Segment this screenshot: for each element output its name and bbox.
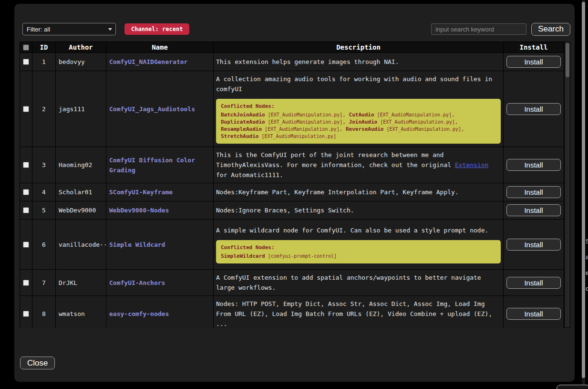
table-scrollbar[interactable] xyxy=(564,42,570,328)
row-name-cell: ComfyUI_Jags_Audiotools xyxy=(106,71,213,147)
select-all-checkbox[interactable] xyxy=(23,44,29,51)
row-install-cell: Install xyxy=(504,296,564,328)
row-id: 7 xyxy=(32,270,55,295)
header-author: Author xyxy=(56,42,106,53)
node-name-link[interactable]: ComfyUI-Anchors xyxy=(109,278,165,288)
row-description-cell: Nodes:Keyframe Part, Keyframe Interpolat… xyxy=(214,183,503,201)
install-button[interactable]: Install xyxy=(506,56,561,68)
page-scrollbar-thumb[interactable] xyxy=(582,2,585,378)
toolbar: Filter: all Channel: recent Search xyxy=(20,22,570,36)
conflict-node-name: CutAudio xyxy=(349,112,374,118)
row-checkbox-cell xyxy=(20,201,32,219)
conflicted-nodes-warning: Conflicted Nodes:BatchJoinAudio [EXT_Aud… xyxy=(216,99,501,144)
table-body: 1bedovyyComfyUI_NAIDGeneratorThis extens… xyxy=(20,53,564,328)
conflict-extension: [EXT_AudioManipulation.py] xyxy=(265,112,343,117)
row-name-cell: ComfyUI-Anchors xyxy=(106,270,213,295)
row-description-cell: This is the ComfyUI port of the joint re… xyxy=(214,147,503,183)
row-checkbox[interactable] xyxy=(23,59,29,65)
table-row: 1bedovyyComfyUI_NAIDGeneratorThis extens… xyxy=(20,53,564,71)
row-name-cell: Simple Wildcard xyxy=(106,220,213,269)
row-install-cell: Install xyxy=(504,71,564,147)
conflict-node-name: BatchJoinAudio xyxy=(221,112,265,118)
node-name-link[interactable]: SComfyUI-Keyframe xyxy=(109,187,173,197)
close-button[interactable]: Close xyxy=(20,357,55,369)
row-description-cell: Nodes:Ignore Braces, Settings Switch. xyxy=(214,201,503,219)
row-install-cell: Install xyxy=(504,147,564,183)
row-checkbox[interactable] xyxy=(23,189,29,195)
row-name-cell: easy-comfy-nodes xyxy=(106,296,213,328)
node-name-link[interactable]: ComfyUI_Jags_Audiotools xyxy=(109,104,195,114)
install-button[interactable]: Install xyxy=(506,239,561,251)
row-checkbox-cell xyxy=(20,296,32,328)
row-description-cell: A collection amazing audio tools for wor… xyxy=(214,71,503,147)
row-description-cell: A simple wildcard node for ComfyUI. Can … xyxy=(214,220,503,269)
row-author: Scholar01 xyxy=(56,183,106,201)
search-button[interactable]: Search xyxy=(531,23,570,36)
table-row: 8wmatsoneasy-comfy-nodesNodes: HTTP POST… xyxy=(20,296,564,328)
row-checkbox[interactable] xyxy=(23,207,29,213)
row-description-cell: A ComfyUI extension to add spatial ancho… xyxy=(214,270,503,295)
conflict-list: SimpleWildcard [comfyui-prompt-control] xyxy=(221,252,496,260)
filter-select-wrap: Filter: all xyxy=(22,23,116,35)
row-install-cell: Install xyxy=(504,270,564,295)
row-checkbox[interactable] xyxy=(23,280,29,286)
row-author: vanillacode··· xyxy=(56,220,106,269)
conflict-extension: [EXT_AudioManipulation.py] xyxy=(262,126,340,132)
header-install: Install xyxy=(504,42,564,53)
row-checkbox[interactable] xyxy=(23,311,29,317)
install-button[interactable]: Install xyxy=(506,159,561,171)
description-link[interactable]: Extension xyxy=(455,161,488,168)
row-id: 3 xyxy=(32,147,55,183)
node-name-link[interactable]: Simple Wildcard xyxy=(109,240,165,250)
table-row: 2jags111ComfyUI_Jags_AudiotoolsA collect… xyxy=(20,71,564,147)
table-row: 5WebDev9000WebDev9000-NodesNodes:Ignore … xyxy=(20,201,564,219)
row-install-cell: Install xyxy=(504,183,564,201)
header-id: ID xyxy=(32,42,55,53)
install-button[interactable]: Install xyxy=(506,186,561,198)
page-scrollbar[interactable] xyxy=(582,0,585,389)
row-checkbox-cell xyxy=(20,53,32,71)
node-name-link[interactable]: ComfyUI_NAIDGenerator xyxy=(109,57,187,67)
conflict-title: Conflicted Nodes: xyxy=(221,103,496,110)
row-author: DrJKL xyxy=(56,270,106,295)
conflict-list: BatchJoinAudio [EXT_AudioManipulation.py… xyxy=(221,111,496,140)
conflict-node-name: DuplicateAudio xyxy=(221,119,265,125)
node-name-link[interactable]: easy-comfy-nodes xyxy=(109,309,169,319)
filter-select[interactable]: Filter: all xyxy=(22,23,116,35)
row-description: Nodes: HTTP POST, Empty Dict, Assoc Str,… xyxy=(216,299,501,328)
custom-nodes-table: ID Author Name Description Install 1bedo… xyxy=(20,42,570,328)
conflict-node-name: ReverseAudio xyxy=(346,126,383,132)
row-checkbox[interactable] xyxy=(23,242,29,248)
row-author: bedovyy xyxy=(56,53,106,71)
row-description: Nodes:Ignore Braces, Settings Switch. xyxy=(216,205,501,215)
row-checkbox-cell xyxy=(20,147,32,183)
conflict-title: Conflicted Nodes: xyxy=(221,244,496,251)
row-name-cell: ComfyUI_NAIDGenerator xyxy=(106,53,213,71)
row-checkbox[interactable] xyxy=(23,162,29,168)
conflict-node-name: JoinAudio xyxy=(349,119,378,125)
search-input[interactable] xyxy=(431,23,526,35)
node-name-link[interactable]: ComfyUI Diffusion Color Grading xyxy=(109,155,210,175)
row-description: This extension helps generate images thr… xyxy=(216,57,501,67)
install-button[interactable]: Install xyxy=(506,204,561,216)
row-description: A ComfyUI extension to add spatial ancho… xyxy=(216,273,501,293)
row-name-cell: ComfyUI Diffusion Color Grading xyxy=(106,147,213,183)
install-button[interactable]: Install xyxy=(506,103,561,115)
table-scrollbar-thumb[interactable] xyxy=(566,43,569,77)
row-author: wmatson xyxy=(56,296,106,328)
table-header: ID Author Name Description Install xyxy=(20,42,564,53)
clipped-background-text: c xyxy=(586,285,588,292)
row-description-cell: Nodes: HTTP POST, Empty Dict, Assoc Str,… xyxy=(214,296,503,328)
row-author: jags111 xyxy=(56,71,106,147)
install-button[interactable]: Install xyxy=(506,277,561,289)
install-button[interactable]: Install xyxy=(506,308,561,320)
conflict-extension: [comfyui-prompt-control] xyxy=(265,253,337,259)
row-checkbox[interactable] xyxy=(23,106,29,112)
row-description: This is the ComfyUI port of the joint re… xyxy=(216,150,501,180)
conflict-extension: [EXT_AudioManipulation.py] xyxy=(377,119,455,125)
conflict-extension: [EXT_AudioManipulation.py] xyxy=(265,119,343,125)
table-row: 4Scholar01SComfyUI-KeyframeNodes:Keyfram… xyxy=(20,183,564,201)
row-description: Nodes:Keyframe Part, Keyframe Interpolat… xyxy=(216,187,501,197)
node-name-link[interactable]: WebDev9000-Nodes xyxy=(109,205,169,215)
row-checkbox-cell xyxy=(20,71,32,147)
